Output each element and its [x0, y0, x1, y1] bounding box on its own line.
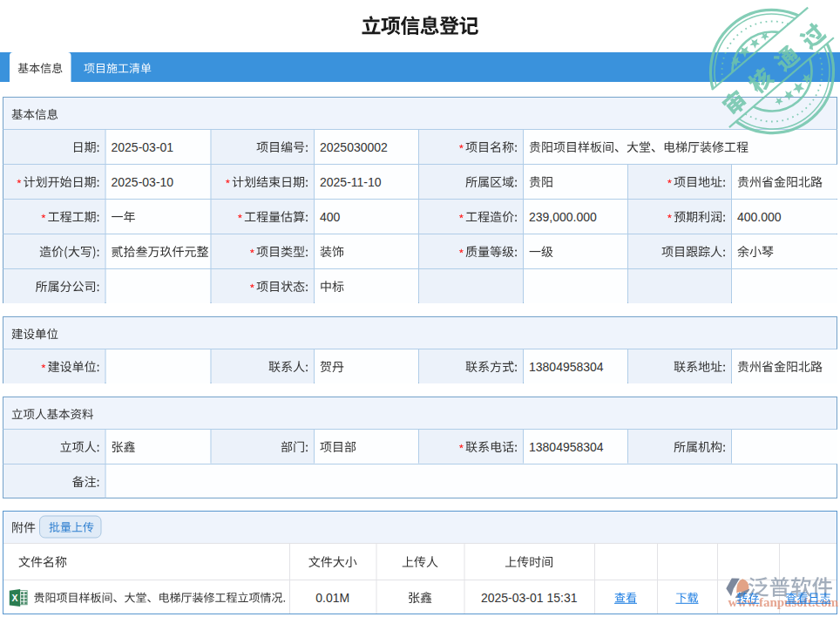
- svg-text:400.000: 400.000: [737, 210, 782, 224]
- svg-text:0.01M: 0.01M: [315, 591, 349, 605]
- svg-text:X: X: [11, 593, 17, 603]
- svg-text:2025-03-01: 2025-03-01: [112, 140, 174, 154]
- svg-text:2025-03-10: 2025-03-10: [112, 175, 174, 189]
- svg-text:13804958304: 13804958304: [529, 360, 604, 374]
- svg-text:2025-11-10: 2025-11-10: [320, 175, 382, 189]
- svg-text:13804958304: 13804958304: [529, 440, 604, 454]
- svg-text:2025030002: 2025030002: [320, 140, 388, 154]
- svg-text:www.fanpusoft.com: www.fanpusoft.com: [728, 595, 839, 609]
- svg-text:400: 400: [320, 210, 341, 224]
- svg-text:239,000.000: 239,000.000: [529, 210, 597, 224]
- svg-text:2025-03-01 15:31: 2025-03-01 15:31: [481, 591, 578, 605]
